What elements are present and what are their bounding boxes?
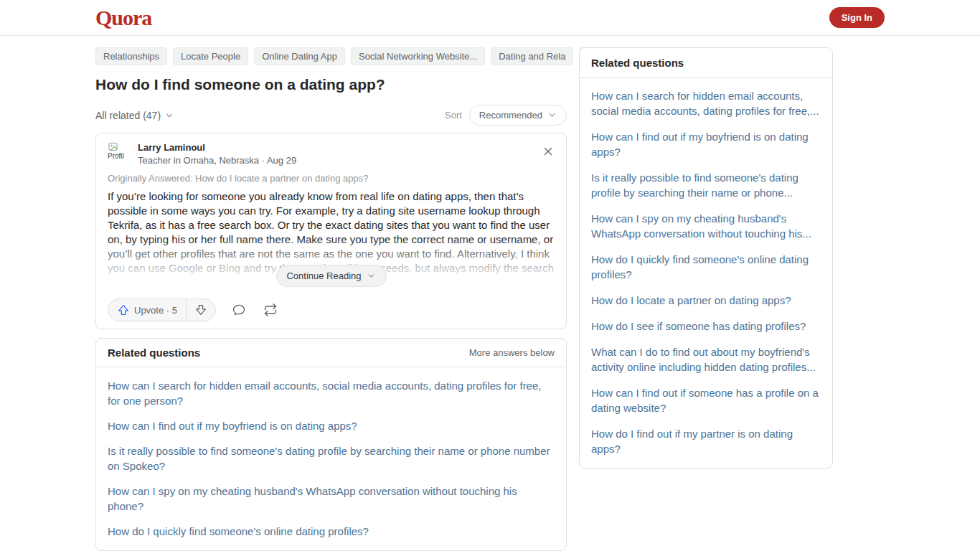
chevron-down-icon (367, 271, 376, 281)
vote-pill: Upvote · 5 (108, 298, 216, 321)
related-questions-header: Related questions More answers below (96, 339, 566, 367)
topic-chip[interactable]: Dating and Rela (491, 47, 573, 65)
main-column: Relationships Locate People Online Datin… (95, 47, 567, 551)
sidebar: Related questions How can I search for h… (579, 47, 833, 468)
sidebar-question-link[interactable]: How can I spy on my cheating husband's W… (591, 211, 821, 241)
upvote-label: Upvote · 5 (134, 305, 177, 316)
sidebar-question-link[interactable]: How can I find out if my boyfriend is on… (591, 129, 821, 159)
topic-chip[interactable]: Locate People (173, 47, 248, 65)
more-answers-label: More answers below (469, 347, 555, 358)
downvote-button[interactable] (187, 299, 215, 321)
top-bar: Quora Sign In (0, 0, 980, 36)
page-content: Relationships Locate People Online Datin… (0, 36, 980, 551)
sort-control: Sort Recommended (445, 105, 567, 126)
related-question-link[interactable]: How do I quickly find someone's online d… (108, 524, 555, 539)
upvote-arrow-icon (117, 303, 130, 316)
answer-header: Profil Larry Laminoul Teacher in Omaha, … (108, 142, 555, 166)
related-question-link[interactable]: How can I find out if my boyfriend is on… (108, 418, 555, 433)
sort-value: Recommended (479, 110, 542, 121)
related-question-link[interactable]: How can I spy on my cheating husband's W… (108, 484, 555, 514)
comment-button[interactable] (230, 301, 248, 319)
avatar-alt-text: Profil (108, 152, 124, 160)
broken-image-icon (108, 142, 118, 152)
all-related-dropdown[interactable]: All related (47) (95, 110, 174, 121)
quora-logo[interactable]: Quora (95, 6, 151, 30)
author-info: Larry Laminoul Teacher in Omaha, Nebrask… (138, 142, 296, 166)
sidebar-related-card: Related questions How can I search for h… (579, 47, 833, 468)
sidebar-question-link[interactable]: How do I find out if my partner is on da… (591, 426, 821, 456)
close-icon[interactable] (539, 142, 557, 161)
related-questions-card: Related questions More answers below How… (95, 338, 567, 551)
sidebar-question-link[interactable]: How do I locate a partner on dating apps… (591, 293, 821, 308)
continue-reading-button[interactable]: Continue Reading (275, 265, 386, 287)
sidebar-related-header: Related questions (580, 48, 832, 78)
comment-icon (232, 303, 246, 317)
topic-chip[interactable]: Relationships (95, 47, 167, 65)
sidebar-question-link[interactable]: What can I do to find out about my boyfr… (591, 344, 821, 375)
originally-answered: Originally Answered: How do I locate a p… (108, 173, 555, 184)
sidebar-related-title: Related questions (591, 57, 684, 69)
answer-action-bar: Upvote · 5 (108, 298, 555, 321)
continue-reading-label: Continue Reading (286, 270, 361, 281)
related-question-list: How can I search for hidden email accoun… (96, 367, 566, 550)
sort-label: Sort (445, 110, 462, 121)
topic-chip[interactable]: Online Dating App (254, 47, 345, 65)
sidebar-question-list: How can I search for hidden email accoun… (580, 78, 832, 468)
repost-icon (263, 303, 278, 317)
author-name[interactable]: Larry Laminoul (138, 142, 296, 153)
chevron-down-icon (164, 110, 174, 121)
answer-card: Profil Larry Laminoul Teacher in Omaha, … (95, 133, 567, 329)
sidebar-question-link[interactable]: How do I see if someone has dating profi… (591, 319, 821, 334)
upvote-button[interactable]: Upvote · 5 (108, 299, 186, 321)
chevron-down-icon (547, 110, 557, 120)
sort-dropdown[interactable]: Recommended (469, 105, 567, 126)
sidebar-question-link[interactable]: How do I quickly find someone's online d… (591, 252, 821, 282)
answer-body: If you’re looking for someone you alread… (108, 189, 555, 290)
page-title: How do I find someone on a dating app? (95, 76, 567, 93)
topic-chip[interactable]: Social Networking Website... (351, 47, 485, 65)
sign-in-button[interactable]: Sign In (829, 7, 885, 28)
related-question-link[interactable]: How can I search for hidden email accoun… (108, 378, 555, 408)
sidebar-question-link[interactable]: Is it really possible to find someone's … (591, 170, 821, 200)
topic-chip-row: Relationships Locate People Online Datin… (95, 47, 567, 65)
downvote-arrow-icon (194, 303, 207, 316)
author-avatar[interactable]: Profil (108, 142, 131, 165)
share-button[interactable] (262, 301, 279, 319)
sidebar-question-link[interactable]: How can I search for hidden email accoun… (591, 88, 821, 118)
related-question-link[interactable]: Is it really possible to find someone's … (108, 443, 555, 474)
sidebar-question-link[interactable]: How can I find out if someone has a prof… (591, 385, 821, 415)
filter-toolbar: All related (47) Sort Recommended (95, 105, 567, 126)
related-questions-title: Related questions (108, 347, 200, 359)
all-related-label: All related (47) (95, 110, 161, 121)
author-meta: Teacher in Omaha, Nebraska · Aug 29 (138, 155, 296, 166)
